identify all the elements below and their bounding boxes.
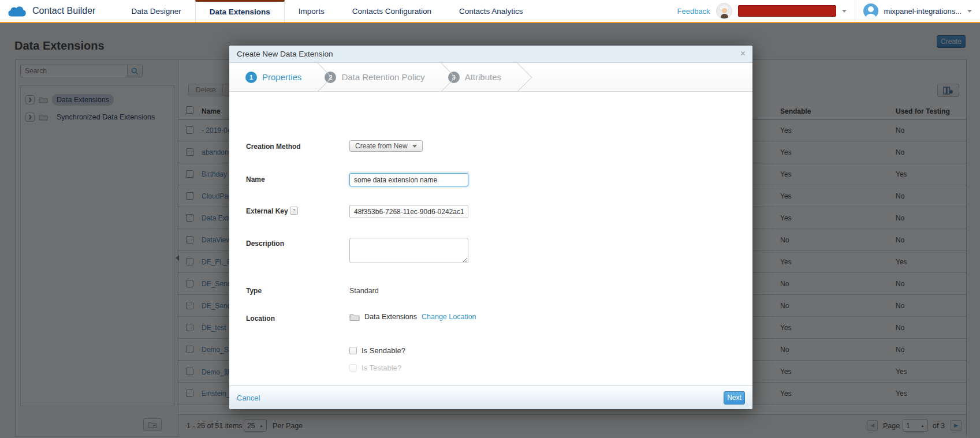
next-button[interactable]: Next [724, 391, 745, 405]
folder-icon [349, 313, 360, 321]
tab-contacts-analytics[interactable]: Contacts Analytics [445, 0, 536, 22]
name-input[interactable] [349, 173, 468, 186]
step-chevron-separator [426, 63, 456, 92]
modal-footer: Cancel Next [229, 385, 752, 409]
nav-tabs: Data Designer Data Extensions Imports Co… [117, 0, 536, 22]
tab-data-extensions[interactable]: Data Extensions [195, 0, 285, 22]
description-label: Description [246, 239, 284, 248]
app-title: Contact Builder [32, 6, 95, 16]
chevron-down-icon [412, 145, 417, 148]
account-name: mixpanel-integrations... [884, 7, 962, 16]
step-label: Attributes [465, 72, 501, 82]
is-sendable-checkbox[interactable] [349, 347, 357, 354]
creation-method-dropdown[interactable]: Create from New [349, 140, 423, 152]
account-chevron-down-icon[interactable] [967, 10, 972, 13]
nav-divider [855, 0, 855, 22]
step-label: Data Retention Policy [341, 72, 424, 82]
modal-header: Create New Data Extension × [229, 46, 752, 63]
wizard-steps: 1 Properties 2 Data Retention Policy 3 A… [229, 63, 752, 92]
chevron-down-icon[interactable] [842, 10, 847, 13]
step-chevron-separator [503, 63, 532, 92]
creation-method-value: Create from New [355, 142, 408, 150]
is-testable-label: Is Testable? [362, 364, 401, 372]
app-logo: Contact Builder [0, 0, 117, 22]
modal-body: Creation Method Create from New Name Ext… [229, 92, 752, 385]
help-icon[interactable]: ? [290, 207, 298, 215]
external-key-label: External Key [246, 207, 288, 215]
tab-contacts-configuration[interactable]: Contacts Configuration [338, 0, 445, 22]
external-key-input[interactable] [349, 205, 468, 218]
step-number: 1 [245, 72, 257, 83]
creation-method-label: Creation Method [246, 143, 301, 151]
type-label: Type [246, 287, 262, 295]
step-label: Properties [262, 72, 301, 82]
top-nav: Contact Builder Data Designer Data Exten… [0, 0, 980, 23]
tab-data-designer[interactable]: Data Designer [117, 0, 195, 22]
user-avatar-icon[interactable] [863, 3, 878, 18]
step-chevron-separator [303, 63, 333, 92]
cancel-link[interactable]: Cancel [237, 394, 260, 402]
cloud-logo-icon [8, 4, 28, 18]
create-data-extension-modal: Create New Data Extension × 1 Properties… [229, 46, 752, 409]
type-value: Standard [349, 287, 379, 295]
redacted-account-label [738, 5, 836, 17]
description-textarea[interactable] [349, 238, 468, 263]
close-icon[interactable]: × [740, 48, 746, 59]
einstein-avatar [716, 3, 732, 19]
location-label: Location [246, 315, 275, 323]
is-sendable-label: Is Sendable? [362, 346, 405, 355]
tab-imports[interactable]: Imports [285, 0, 338, 22]
modal-title: Create New Data Extension [237, 50, 333, 58]
location-value: Data Extensions [364, 313, 417, 321]
feedback-link[interactable]: Feedback [677, 7, 710, 16]
name-label: Name [246, 175, 265, 184]
change-location-link[interactable]: Change Location [422, 313, 476, 321]
is-testable-checkbox [349, 364, 357, 372]
